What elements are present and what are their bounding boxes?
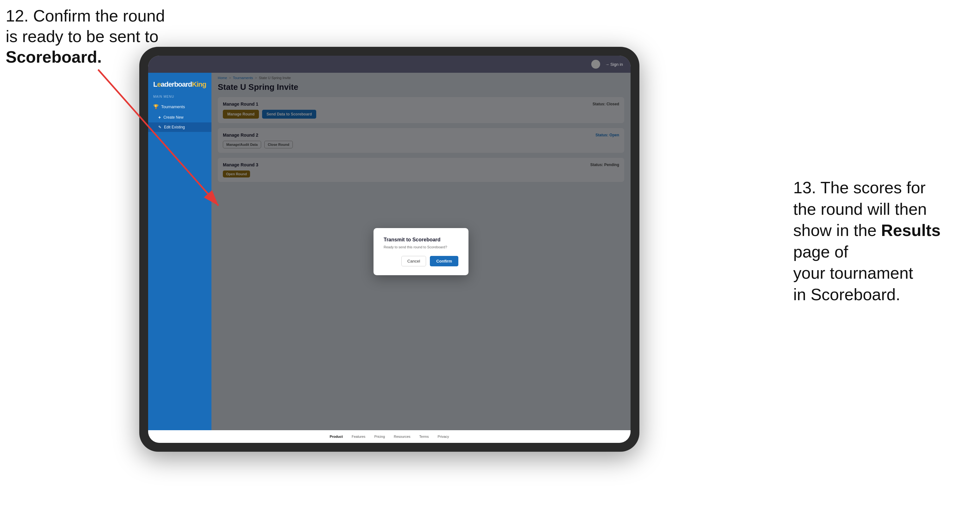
instruction-right: 13. The scores for the round will then s… [793, 177, 970, 306]
instruction-bold: Scoreboard. [6, 48, 102, 66]
modal-overlay: Transmit to Scoreboard Ready to send thi… [212, 73, 630, 430]
logo: LeaderboardKing [153, 80, 206, 89]
footer-features[interactable]: Features [352, 435, 365, 438]
right-bold: Results [881, 221, 941, 240]
avatar [591, 60, 600, 69]
instruction-line1: 12. Confirm the round [6, 6, 165, 25]
sidebar-create-label: Create New [163, 115, 183, 119]
right-line3: show in the [793, 221, 877, 240]
modal-confirm-button[interactable]: Confirm [430, 256, 458, 266]
main-menu-label: MAIN MENU [148, 95, 212, 101]
modal-title: Transmit to Scoreboard [383, 237, 458, 243]
sidebar-tournaments-label: Tournaments [161, 105, 185, 109]
edit-icon: ✎ [158, 125, 161, 129]
content-area: Home > Tournaments > State U Spring Invi… [212, 73, 630, 430]
sign-in-button[interactable]: → Sign in [605, 62, 623, 67]
tablet-screen: → Sign in LeaderboardKing MAIN MENU 🏆 To… [148, 56, 630, 443]
trophy-icon: 🏆 [153, 104, 159, 109]
right-line1: 13. The scores for [793, 178, 926, 197]
footer-privacy[interactable]: Privacy [438, 435, 449, 438]
sidebar-item-tournaments[interactable]: 🏆 Tournaments [148, 101, 212, 112]
top-bar: → Sign in [148, 56, 630, 73]
footer-terms[interactable]: Terms [419, 435, 429, 438]
footer-resources[interactable]: Resources [394, 435, 410, 438]
screen-footer: Product Features Pricing Resources Terms… [148, 430, 630, 443]
logo-area: LeaderboardKing [148, 78, 212, 95]
tablet-frame: → Sign in LeaderboardKing MAIN MENU 🏆 To… [139, 47, 640, 452]
main-area: LeaderboardKing MAIN MENU 🏆 Tournaments … [148, 73, 630, 430]
modal-box: Transmit to Scoreboard Ready to send thi… [374, 228, 468, 275]
footer-pricing[interactable]: Pricing [374, 435, 385, 438]
modal-actions: Cancel Confirm [383, 256, 458, 266]
sidebar-item-edit-existing[interactable]: ✎ Edit Existing [148, 122, 212, 132]
modal-cancel-button[interactable]: Cancel [401, 256, 426, 266]
right-line2: the round will then [793, 200, 927, 218]
modal-subtitle: Ready to send this round to Scoreboard? [383, 245, 458, 249]
right-line5: your tournament [793, 264, 913, 282]
instruction-line2: is ready to be sent to [6, 27, 159, 46]
right-line4: page of [793, 243, 848, 261]
sidebar-item-create-new[interactable]: + Create New [148, 112, 212, 122]
footer-product[interactable]: Product [329, 435, 343, 438]
plus-icon: + [158, 115, 161, 120]
right-line6: in Scoreboard. [793, 285, 900, 304]
sidebar: LeaderboardKing MAIN MENU 🏆 Tournaments … [148, 73, 212, 430]
sidebar-edit-label: Edit Existing [164, 125, 185, 129]
